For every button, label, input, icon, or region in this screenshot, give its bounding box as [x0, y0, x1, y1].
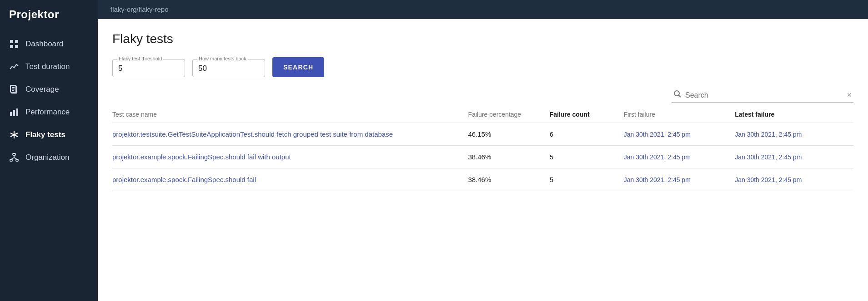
- threshold-label: Flaky test threshold: [117, 56, 163, 61]
- failure-count-cell: 5: [550, 168, 624, 191]
- content-area: Flaky tests Flaky test threshold How man…: [98, 19, 868, 301]
- svg-rect-16: [10, 159, 12, 161]
- sidebar-item-coverage[interactable]: Coverage: [0, 78, 98, 101]
- failure-count-cell: 5: [550, 146, 624, 168]
- failure-pct-cell: 38.46%: [468, 146, 549, 168]
- test-name-link[interactable]: projektor.example.spock.FailingSpec.shou…: [112, 176, 256, 183]
- sidebar-item-label: Performance: [25, 108, 70, 117]
- tests-back-label: How many tests back: [197, 56, 248, 61]
- col-header-failure-pct: Failure percentage: [468, 106, 549, 123]
- sidebar-item-label: Organization: [25, 153, 69, 162]
- col-header-first-failure: First failure: [624, 106, 735, 123]
- filters-row: Flaky test threshold How many tests back…: [112, 57, 853, 77]
- threshold-field-group: Flaky test threshold: [112, 59, 185, 77]
- svg-rect-1: [15, 40, 18, 43]
- page-title: Flaky tests: [112, 32, 853, 46]
- chart-line-icon: [9, 62, 19, 72]
- svg-rect-2: [10, 45, 13, 48]
- table-search-box: ×: [672, 88, 853, 103]
- failure-count-cell: 6: [550, 123, 624, 146]
- sidebar-item-label: Coverage: [25, 85, 59, 94]
- svg-line-19: [11, 158, 15, 159]
- sidebar-nav: Dashboard Test duration Coverage: [0, 29, 98, 169]
- test-name-link[interactable]: projektor.testsuite.GetTestSuiteApplicat…: [112, 130, 393, 138]
- sidebar-item-dashboard[interactable]: Dashboard: [0, 33, 98, 55]
- svg-rect-9: [10, 112, 12, 116]
- table-header-row: Test case name Failure percentage Failur…: [112, 106, 853, 123]
- asterisk-icon: [9, 130, 19, 140]
- svg-rect-15: [13, 153, 15, 155]
- sidebar: Projektor Dashboard Test duration: [0, 0, 98, 301]
- first-failure-cell: Jan 30th 2021, 2:45 pm: [624, 146, 735, 168]
- sidebar-item-organization[interactable]: Organization: [0, 146, 98, 169]
- failure-pct-cell: 38.46%: [468, 168, 549, 191]
- col-header-latest-failure: Latest failure: [735, 106, 853, 123]
- threshold-input[interactable]: [118, 62, 173, 74]
- svg-point-21: [674, 91, 679, 96]
- svg-rect-10: [13, 110, 15, 116]
- sidebar-item-label: Test duration: [25, 62, 70, 71]
- table-search-input[interactable]: [685, 91, 847, 99]
- tests-back-input[interactable]: [198, 62, 253, 74]
- sidebar-item-flaky-tests[interactable]: Flaky tests: [0, 123, 98, 146]
- tests-back-field-group: How many tests back: [192, 59, 265, 77]
- first-failure-cell: Jan 30th 2021, 2:45 pm: [624, 123, 735, 146]
- close-icon[interactable]: ×: [847, 90, 852, 100]
- latest-failure-cell: Jan 30th 2021, 2:45 pm: [735, 146, 853, 168]
- svg-rect-17: [16, 159, 18, 161]
- svg-line-20: [14, 158, 17, 159]
- grid-icon: [9, 39, 19, 49]
- main-content: flaky-org/flaky-repo Flaky tests Flaky t…: [98, 0, 868, 301]
- table-body: projektor.testsuite.GetTestSuiteApplicat…: [112, 123, 853, 191]
- svg-rect-11: [16, 109, 18, 116]
- bar-chart-icon: [9, 107, 19, 117]
- latest-failure-cell: Jan 30th 2021, 2:45 pm: [735, 168, 853, 191]
- svg-rect-0: [10, 40, 13, 43]
- sidebar-item-label: Dashboard: [25, 39, 63, 49]
- table-row: projektor.example.spock.FailingSpec.shou…: [112, 168, 853, 191]
- failure-pct-cell: 46.15%: [468, 123, 549, 146]
- col-header-name: Test case name: [112, 106, 468, 123]
- table-row: projektor.example.spock.FailingSpec.shou…: [112, 146, 853, 168]
- sidebar-item-performance[interactable]: Performance: [0, 101, 98, 123]
- file-copy-icon: [9, 84, 19, 94]
- svg-line-22: [679, 95, 681, 98]
- search-button[interactable]: SEARCH: [272, 57, 324, 77]
- breadcrumb: flaky-org/flaky-repo: [110, 5, 169, 13]
- topbar: flaky-org/flaky-repo: [98, 0, 868, 19]
- table-search-row: ×: [112, 88, 853, 103]
- first-failure-cell: Jan 30th 2021, 2:45 pm: [624, 168, 735, 191]
- test-name-link[interactable]: projektor.example.spock.FailingSpec.shou…: [112, 153, 291, 161]
- flaky-tests-table: Test case name Failure percentage Failur…: [112, 106, 853, 191]
- table-row: projektor.testsuite.GetTestSuiteApplicat…: [112, 123, 853, 146]
- search-icon: [673, 90, 682, 100]
- col-header-failure-count: Failure count: [550, 106, 624, 123]
- sidebar-item-label: Flaky tests: [25, 130, 65, 139]
- app-logo: Projektor: [0, 0, 98, 29]
- latest-failure-cell: Jan 30th 2021, 2:45 pm: [735, 123, 853, 146]
- network-icon: [9, 153, 19, 163]
- svg-rect-3: [15, 45, 18, 48]
- sidebar-item-test-duration[interactable]: Test duration: [0, 55, 98, 78]
